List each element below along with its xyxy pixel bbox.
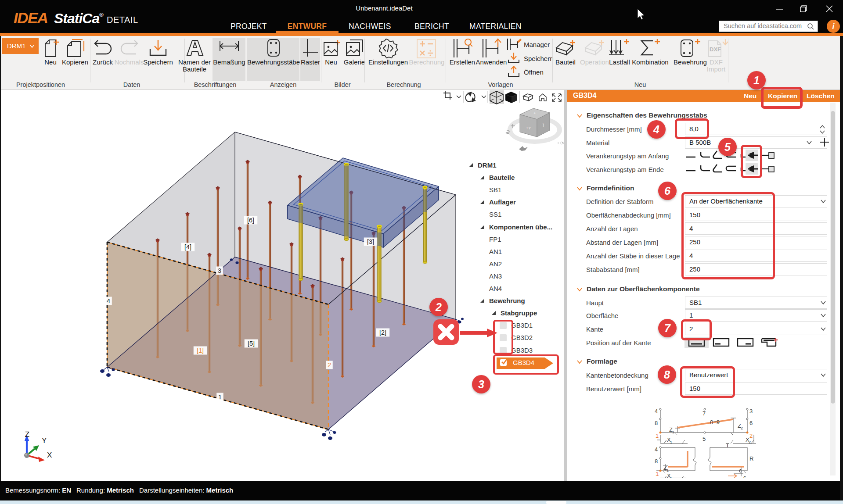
svg-text:5: 5 — [702, 436, 706, 442]
svg-text:-z: -z — [533, 111, 536, 114]
svg-text:+Y: +Y — [526, 126, 531, 130]
svg-text:4: 4 — [107, 297, 110, 304]
svg-text:6: 6 — [749, 420, 753, 426]
svg-text:2: 2 — [741, 426, 743, 430]
svg-text:4: 4 — [655, 446, 658, 453]
svg-text:Z: Z — [25, 430, 29, 439]
svg-text:[3]: [3] — [367, 238, 374, 245]
svg-text:T: T — [726, 442, 729, 449]
svg-text:1: 1 — [656, 471, 659, 477]
svg-text:DXF: DXF — [710, 46, 721, 53]
svg-text:8: 8 — [655, 458, 658, 465]
svg-text:1: 1 — [666, 468, 669, 472]
svg-text:c: c — [743, 474, 746, 478]
svg-text:B: B — [729, 477, 733, 478]
svg-text:3: 3 — [749, 408, 753, 415]
svg-text:8: 8 — [655, 420, 658, 426]
svg-text:[6]: [6] — [247, 217, 254, 224]
svg-text:[4]: [4] — [184, 243, 191, 250]
svg-text:[2]: [2] — [379, 329, 386, 336]
svg-text:1: 1 — [670, 476, 672, 478]
svg-text:X: X — [47, 451, 52, 459]
svg-text:[1]: [1] — [197, 347, 204, 354]
svg-text:1: 1 — [670, 440, 672, 444]
svg-text:0=9: 0=9 — [710, 419, 720, 425]
svg-text:2: 2 — [749, 440, 751, 444]
svg-text:7: 7 — [702, 410, 706, 417]
svg-text:1: 1 — [218, 393, 222, 400]
svg-text:1: 1 — [672, 430, 674, 434]
svg-text:1: 1 — [656, 433, 659, 439]
svg-text:3: 3 — [218, 267, 221, 274]
svg-text:Y: Y — [42, 436, 47, 445]
svg-text:c: c — [739, 467, 742, 474]
svg-text:R: R — [749, 455, 753, 462]
svg-text:4: 4 — [655, 408, 658, 415]
svg-text:2: 2 — [328, 361, 331, 368]
svg-text:2: 2 — [749, 433, 753, 439]
svg-text:): ) — [543, 123, 544, 127]
svg-text:[5]: [5] — [248, 340, 255, 347]
